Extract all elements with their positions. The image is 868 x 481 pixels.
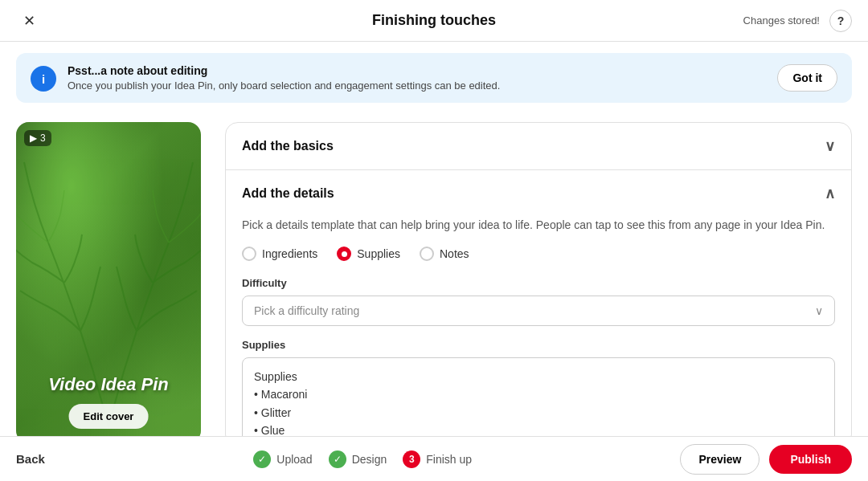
difficulty-placeholder: Pick a difficulty rating bbox=[254, 304, 359, 317]
design-check-icon: ✓ bbox=[329, 450, 346, 468]
banner-description: Once you publish your Idea Pin, only boa… bbox=[68, 79, 766, 92]
upload-check-icon: ✓ bbox=[253, 450, 271, 468]
edit-cover-button[interactable]: Edit cover bbox=[69, 404, 149, 429]
bottom-bar: Back ✓ Upload ✓ Design 3 Finish up Previ… bbox=[0, 436, 868, 481]
main-content: ▶ 3 Video Idea Pin Edit cover Add the ba… bbox=[0, 114, 868, 447]
radio-label-ingredients: Ingredients bbox=[262, 247, 317, 260]
publish-button[interactable]: Publish bbox=[769, 445, 852, 474]
right-buttons: Preview Publish bbox=[680, 444, 852, 475]
radio-notes[interactable]: Notes bbox=[420, 247, 469, 261]
details-body: Pick a details template that can help br… bbox=[226, 217, 851, 447]
preview-badge: ▶ 3 bbox=[24, 130, 51, 146]
supplies-field: Supplies Supplies • Macaroni • Glitter •… bbox=[242, 339, 835, 447]
dropdown-chevron-icon: ∨ bbox=[815, 304, 823, 317]
design-label: Design bbox=[352, 453, 387, 466]
preview-button[interactable]: Preview bbox=[680, 444, 760, 475]
finish-label: Finish up bbox=[426, 453, 472, 466]
difficulty-field: Difficulty Pick a difficulty rating ∨ bbox=[242, 277, 835, 326]
radio-label-notes: Notes bbox=[440, 247, 469, 260]
preview-image: ▶ 3 Video Idea Pin Edit cover bbox=[16, 122, 201, 443]
step-upload: ✓ Upload bbox=[253, 450, 312, 468]
preview-area: ▶ 3 Video Idea Pin Edit cover bbox=[16, 122, 209, 447]
header: ✕ Finishing touches Changes stored! ? bbox=[0, 0, 868, 42]
details-accordion-header[interactable]: Add the details ∧ bbox=[226, 170, 851, 217]
detail-description: Pick a details template that can help br… bbox=[242, 217, 835, 234]
radio-circle-supplies bbox=[337, 247, 351, 261]
steps-row: ✓ Upload ✓ Design 3 Finish up bbox=[253, 450, 472, 468]
basics-accordion: Add the basics ∨ bbox=[226, 123, 851, 170]
preview-video-label: Video Idea Pin bbox=[16, 374, 201, 395]
difficulty-dropdown[interactable]: Pick a difficulty rating ∨ bbox=[242, 296, 835, 326]
changes-stored-label: Changes stored! bbox=[743, 14, 820, 26]
radio-circle-ingredients bbox=[242, 247, 256, 261]
supplies-label: Supplies bbox=[242, 339, 835, 351]
fern-lines bbox=[16, 122, 201, 443]
step-design: ✓ Design bbox=[329, 450, 387, 468]
page-title: Finishing touches bbox=[372, 12, 496, 29]
form-panel: Add the basics ∨ Add the details ∧ Pick … bbox=[225, 122, 852, 447]
details-label: Add the details bbox=[242, 186, 334, 201]
got-it-button[interactable]: Got it bbox=[777, 64, 837, 92]
header-right: Changes stored! ? bbox=[743, 10, 852, 32]
info-content: Psst...a note about editing Once you pub… bbox=[68, 64, 766, 92]
radio-supplies[interactable]: Supplies bbox=[337, 247, 400, 261]
details-accordion: Add the details ∧ Pick a details templat… bbox=[226, 170, 851, 447]
step-finish: 3 Finish up bbox=[403, 450, 472, 468]
difficulty-label: Difficulty bbox=[242, 277, 835, 289]
finish-step-number: 3 bbox=[403, 450, 420, 468]
upload-label: Upload bbox=[276, 453, 312, 466]
basics-label: Add the basics bbox=[242, 139, 334, 153]
chevron-up-icon: ∧ bbox=[825, 185, 835, 202]
info-icon: i bbox=[31, 66, 56, 92]
radio-circle-notes bbox=[420, 247, 434, 261]
template-radio-group: Ingredients Supplies Notes bbox=[242, 247, 835, 261]
info-banner: i Psst...a note about editing Once you p… bbox=[16, 53, 852, 103]
radio-ingredients[interactable]: Ingredients bbox=[242, 247, 317, 261]
supplies-textarea[interactable]: Supplies • Macaroni • Glitter • Glue bbox=[242, 357, 835, 447]
back-button[interactable]: Back bbox=[16, 452, 45, 466]
video-icon: ▶ bbox=[30, 132, 37, 144]
radio-label-supplies: Supplies bbox=[357, 247, 400, 260]
close-button[interactable]: ✕ bbox=[16, 8, 42, 34]
basics-accordion-header[interactable]: Add the basics ∨ bbox=[226, 123, 851, 169]
chevron-down-icon: ∨ bbox=[825, 137, 835, 155]
banner-title: Psst...a note about editing bbox=[68, 64, 766, 77]
badge-count: 3 bbox=[40, 132, 46, 144]
help-button[interactable]: ? bbox=[829, 10, 852, 32]
